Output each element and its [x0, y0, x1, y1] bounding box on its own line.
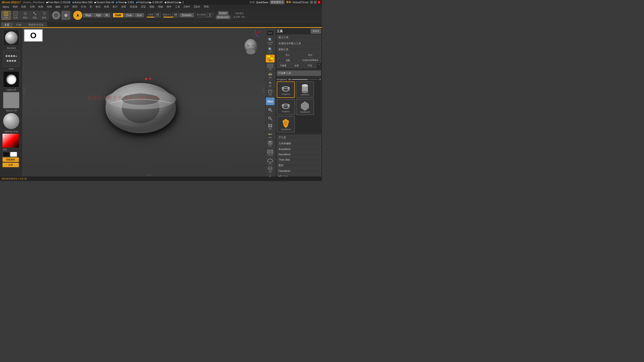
thick-skin-btn[interactable]: Thick Skin — [277, 157, 321, 162]
remote-btn[interactable]: 远积 — [266, 166, 275, 174]
menu-stroke[interactable]: 笔触 — [156, 5, 165, 9]
timeline-btn[interactable]: 积动 — [266, 131, 275, 140]
fiber-mesh-btn[interactable]: FiberMesh — [277, 169, 321, 173]
draw-size-slider[interactable] — [163, 17, 178, 18]
tab-preview-render[interactable]: 预览布尔渲染 — [25, 22, 47, 27]
zoom-out-btn[interactable] — [266, 114, 275, 122]
render-btn[interactable]: 渲积 — [266, 55, 275, 63]
menu-help[interactable]: 帮助 — [202, 5, 210, 9]
close-btn[interactable]: ✕ — [317, 1, 320, 4]
swatch-black[interactable] — [3, 152, 10, 157]
geo-edit-btn[interactable]: 几何体编辑 — [277, 141, 321, 146]
menu-macro[interactable]: 宏 — [88, 5, 94, 9]
mesh-simplebrush[interactable]: SimpleBrush — [277, 116, 295, 132]
zoom-in-btn[interactable] — [266, 106, 275, 114]
view-btn[interactable]: 👁 观察 — [266, 80, 275, 88]
menu-document[interactable]: 文档 — [28, 5, 36, 9]
a-indicator[interactable]: A — [73, 11, 82, 20]
save-btn2[interactable]: 积存 — [266, 140, 275, 148]
sub-element-btn[interactable]: 子像素 — [277, 63, 290, 68]
menu-preferences[interactable]: 首选项 — [128, 5, 139, 9]
menu-draw[interactable]: 绘制 — [37, 5, 45, 9]
m-button[interactable]: M — [103, 13, 110, 17]
tab-lightbox[interactable]: 灯箱 — [13, 22, 25, 27]
switch-color-btn[interactable]: 切换颜色 — [3, 157, 19, 162]
zadd-button[interactable]: Zadd — [113, 13, 124, 17]
layers-btn[interactable]: 图层 — [277, 163, 321, 168]
brush-preview[interactable] — [3, 29, 19, 46]
menu-brush[interactable]: 笔刷 — [11, 5, 19, 9]
scale-button[interactable]: 缩放 — [30, 11, 39, 20]
menu-zplugin[interactable]: Z插件 — [182, 5, 192, 9]
menu-edit[interactable]: 编辑 — [54, 5, 62, 9]
interface-level-btn[interactable]: 界面透明 0 — [270, 0, 284, 4]
menu-material[interactable]: 材质 — [103, 5, 111, 9]
edit-button[interactable]: Edit — [2, 11, 11, 20]
nano-mesh-btn[interactable]: NanoMesh — [277, 152, 321, 157]
z-intensity-slider[interactable] — [147, 17, 162, 18]
mesh-ringband-1[interactable]: RingBand — [277, 81, 295, 98]
store-btn[interactable]: 存积 — [266, 89, 275, 97]
dynamic-button[interactable]: Dynamic — [180, 13, 194, 17]
line-fill-btn[interactable]: Line Fill — [266, 149, 275, 157]
quick-save-btn[interactable]: QuickSave — [256, 1, 268, 4]
menu-alpha[interactable]: Alpha — [1, 5, 11, 9]
canvas-left-toggle[interactable]: ‹ — [23, 87, 25, 94]
draw-size-value[interactable]: 64 — [173, 13, 179, 16]
import-btn[interactable]: 导入 — [277, 53, 299, 58]
canvas-area[interactable]: O — [23, 28, 275, 176]
rotate-button[interactable]: 旋转 — [40, 11, 49, 20]
multi-marker-btn[interactable]: 积积 — [266, 123, 275, 131]
menu-marker[interactable]: 标记 — [94, 5, 102, 9]
zcut-button[interactable]: Zcut — [135, 13, 144, 17]
reset-last-button[interactable]: 重做最后 — [218, 11, 228, 15]
menu-plugin[interactable]: 插件 — [165, 5, 173, 9]
menu-color[interactable]: 色彩 — [20, 5, 28, 9]
brush-type-circle[interactable] — [52, 11, 61, 20]
load-tool-btn[interactable]: 载入工具 — [277, 35, 321, 40]
mesh-ringband-2[interactable]: RingBand — [277, 99, 295, 115]
menu-zbook[interactable]: Z版本 — [192, 5, 202, 9]
ringband-slider[interactable] — [292, 79, 318, 80]
menu-layer[interactable]: 图层 — [71, 5, 79, 9]
array-mesh-btn[interactable]: ArrayMesh — [277, 147, 321, 152]
draw-button[interactable]: 绘积 — [11, 11, 20, 20]
minimize-btn[interactable]: ─ — [310, 1, 313, 4]
save-as-btn[interactable]: 另存为 — [311, 29, 321, 34]
mrgb-button[interactable]: Mrgb — [83, 13, 93, 17]
zoomf-button[interactable]: 🔍 Zoom2D 100% — [266, 37, 275, 46]
text-btn[interactable]: 文档 — [3, 163, 19, 167]
ac50-button[interactable]: 🔍 AC50% — [266, 46, 275, 54]
active-btn[interactable]: 活积 — [266, 63, 275, 71]
menu-file[interactable]: 文件 — [62, 5, 70, 9]
auto-save-btn[interactable]: 自动 — [250, 1, 255, 4]
lightbox-tool-btn[interactable]: 灯箱▶工具 — [277, 70, 321, 76]
menu-template[interactable]: 模板 — [148, 5, 156, 9]
swatch-white[interactable] — [10, 152, 17, 157]
menu-tool[interactable]: 工具 — [174, 5, 182, 9]
goz-all-btn[interactable]: 全部 — [290, 63, 303, 68]
matcap-preview[interactable] — [3, 113, 19, 129]
make-poly-btn[interactable]: 生成多边形网格体 — [299, 58, 321, 63]
symmetry-btn[interactable]: 对称 — [266, 72, 275, 80]
hd-geo-btn[interactable]: HD 几何 — [277, 174, 321, 176]
subtool-btn[interactable]: 子工具 — [277, 135, 321, 140]
maximize-btn[interactable]: □ — [314, 1, 317, 4]
mesh-poly[interactable]: PolyMesh3D — [296, 99, 314, 115]
color-picker[interactable]: 渐变 切换颜色 文档 — [3, 134, 20, 167]
z-intensity-value[interactable]: 25 — [154, 13, 161, 16]
dots-brush-preview[interactable] — [3, 50, 19, 67]
mesh-cylinder[interactable]: Cylinder3D — [296, 81, 314, 98]
texture-preview[interactable] — [3, 92, 19, 108]
bpr-button[interactable]: BPR — [266, 29, 275, 37]
alpha-preview[interactable] — [3, 71, 19, 87]
menu-light[interactable]: 灯光 — [79, 5, 88, 9]
color-gradient[interactable] — [3, 134, 19, 148]
goz-visible-btn[interactable]: 可见 — [304, 63, 316, 68]
zsub-button[interactable]: Zsub — [124, 13, 134, 17]
reset-last-rotate-button[interactable]: 重做最后相对 — [216, 15, 230, 19]
dynamic2-btn[interactable]: Dynam — [266, 174, 275, 176]
move-button[interactable]: 移动 — [21, 11, 30, 20]
load-from-project-btn[interactable]: 从项目文件载入工具 — [277, 41, 321, 46]
poly-btn[interactable]: Poly! — [266, 157, 275, 165]
